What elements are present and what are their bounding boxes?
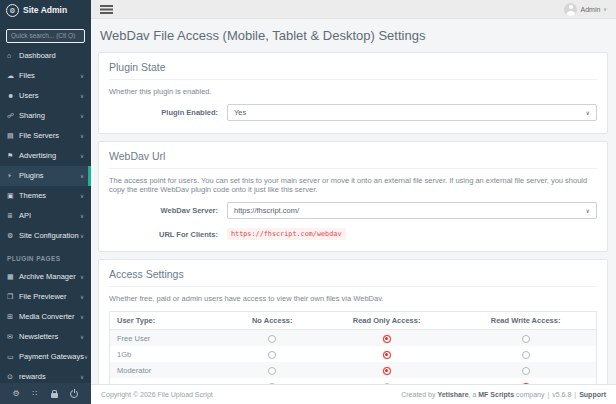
- support-link[interactable]: Support: [579, 391, 606, 398]
- radio-read-write[interactable]: [522, 335, 530, 343]
- sidebar-item-users[interactable]: ☻ Users ∨: [0, 86, 91, 106]
- chevron-down-icon: ∨: [80, 374, 84, 380]
- archive-icon: ▦: [7, 273, 19, 281]
- chevron-down-icon: ∨: [80, 73, 84, 79]
- copyright-text: Copyright © 2026 File Upload Script: [101, 391, 213, 398]
- sidebar-item-sharing[interactable]: ☍ Sharing ∨: [0, 106, 91, 126]
- file-icon: ❐: [7, 293, 19, 301]
- access-settings-table: User Type: No Access: Read Only Access: …: [109, 311, 597, 384]
- share-icon: ☍: [7, 112, 19, 120]
- sidebar-item-label: Site Configuration: [19, 231, 79, 240]
- column-header-read-only: Read Only Access:: [318, 312, 455, 330]
- webdav-server-select[interactable]: https://fhscript.com/ ∨: [227, 202, 597, 219]
- sidebar-item-files[interactable]: ☁ Files ∨: [0, 66, 91, 86]
- table-row: 1Gb: [110, 346, 597, 362]
- brand-name: Site Admin: [23, 5, 67, 15]
- sidebar-item-label: Users: [19, 91, 39, 100]
- chevron-down-icon: ∨: [80, 193, 84, 199]
- main-area: Admin ∨ WebDav File Access (Mobile, Tabl…: [91, 0, 616, 404]
- plugin-state-description: Whether this plugin is enabled.: [109, 87, 597, 96]
- chevron-down-icon: ∨: [603, 6, 607, 12]
- footer: Copyright © 2026 File Upload Script Crea…: [91, 384, 616, 404]
- sidebar-item-plugins[interactable]: ⚡ Plugins ∨: [0, 166, 91, 186]
- credit-card-icon: ▭: [7, 353, 19, 361]
- url-for-clients-label: URL For Clients:: [109, 230, 227, 239]
- radio-read-write[interactable]: [522, 367, 530, 375]
- sidebar-item-api[interactable]: ≣ API ∨: [0, 206, 91, 226]
- radio-read-write[interactable]: [522, 383, 530, 384]
- site-logo-icon: ⚙: [6, 4, 19, 17]
- sidebar-item-label: Media Converter: [19, 312, 74, 321]
- sidebar-item-newsletters[interactable]: ✉ Newsletters ∨: [0, 327, 91, 347]
- user-type-cell: 1Gb: [110, 346, 227, 362]
- sidebar-item-archive-manager[interactable]: ▦ Archive Manager ∨: [0, 267, 91, 287]
- plug-icon: ⚡: [7, 172, 19, 180]
- topbar: Admin ∨: [91, 0, 616, 19]
- sidebar-item-label: Files: [19, 71, 35, 80]
- brand[interactable]: ⚙ Site Admin: [0, 0, 91, 20]
- column-header-read-write: Read Write Access:: [455, 312, 596, 330]
- chevron-down-icon: ∨: [80, 153, 84, 159]
- plugin-enabled-select[interactable]: Yes ∨: [227, 104, 597, 121]
- menu-icon[interactable]: [100, 5, 113, 7]
- search-input[interactable]: [6, 29, 85, 43]
- sidebar-search: [0, 20, 91, 46]
- radio-read-only[interactable]: [383, 335, 391, 343]
- chevron-down-icon: ∨: [80, 173, 84, 179]
- sidebar-item-rewards[interactable]: ⊙ rewards ∨: [0, 367, 91, 384]
- radio-no-access[interactable]: [268, 335, 276, 343]
- image-icon: ▣: [7, 192, 19, 200]
- webdav-server-label: WebDav Server:: [109, 206, 227, 215]
- sidebar-item-themes[interactable]: ▣ Themes ∨: [0, 186, 91, 206]
- chevron-down-icon: ∨: [84, 354, 88, 360]
- sidebar-footer: ⚙ ∷: [0, 383, 91, 404]
- radio-no-access[interactable]: [268, 367, 276, 375]
- media-icon: ⊞: [7, 313, 19, 321]
- sidebar-item-label: Newsletters: [19, 332, 58, 341]
- access-settings-card: Access Settings Whether free, paid or ad…: [98, 259, 608, 384]
- webdav-url-card: WebDav Url The access point for users. Y…: [98, 141, 608, 252]
- envelope-icon: ✉: [7, 333, 19, 341]
- sidebar-item-advertising[interactable]: ⚑ Advertising ∨: [0, 146, 91, 166]
- sidebar-item-media-converter[interactable]: ⊞ Media Converter ∨: [0, 307, 91, 327]
- sidebar-item-file-previewer[interactable]: ❐ File Previewer ∨: [0, 287, 91, 307]
- user-menu[interactable]: Admin ∨: [564, 3, 607, 16]
- plugin-state-heading: Plugin State: [109, 61, 597, 80]
- avatar: [564, 3, 577, 16]
- yetishare-link[interactable]: Yetishare: [437, 391, 468, 398]
- sidebar-item-label: Archive Manager: [19, 272, 76, 281]
- page-title: WebDav File Access (Mobile, Tablet & Des…: [100, 28, 608, 43]
- plugin-enabled-label: Plugin Enabled:: [109, 108, 227, 117]
- fullscreen-icon[interactable]: ∷: [33, 390, 38, 398]
- coin-icon: ⊙: [7, 373, 19, 381]
- chevron-down-icon: ∨: [80, 233, 84, 239]
- sidebar-item-file-servers[interactable]: ▤ File Servers ∨: [0, 126, 91, 146]
- sidebar-item-dashboard[interactable]: ⌂ Dashboard: [0, 46, 91, 66]
- mfscripts-link[interactable]: MF Scripts: [478, 391, 514, 398]
- users-icon: ☻: [7, 92, 19, 99]
- table-row: Free User: [110, 330, 597, 347]
- chevron-down-icon: ∨: [586, 207, 590, 214]
- url-for-clients-value: https://fhscript.com/webdav: [227, 228, 346, 240]
- radio-no-access[interactable]: [268, 351, 276, 359]
- megaphone-icon: ⚑: [7, 152, 19, 160]
- chevron-down-icon: ∨: [80, 274, 84, 280]
- user-type-cell: Moderator: [110, 362, 227, 378]
- lock-icon[interactable]: [51, 393, 58, 398]
- column-header-no-access: No Access:: [226, 312, 318, 330]
- sidebar-item-payment-gateways[interactable]: ▭ Payment Gateways ∨: [0, 347, 91, 367]
- radio-read-only[interactable]: [383, 383, 391, 384]
- chevron-down-icon: ∨: [80, 334, 84, 340]
- content: WebDav File Access (Mobile, Tablet & Des…: [91, 19, 616, 384]
- version-text: v5.6.8: [552, 391, 571, 398]
- settings-gear-icon[interactable]: ⚙: [12, 390, 19, 398]
- chevron-down-icon: ∨: [80, 213, 84, 219]
- sidebar-item-site-configuration[interactable]: ⚙ Site Configuration ∨: [0, 226, 91, 246]
- radio-read-only[interactable]: [383, 367, 391, 375]
- power-icon[interactable]: [70, 390, 78, 398]
- radio-read-only[interactable]: [383, 351, 391, 359]
- radio-read-write[interactable]: [522, 351, 530, 359]
- sidebar-item-label: File Servers: [19, 131, 59, 140]
- column-header-user-type: User Type:: [110, 312, 227, 330]
- plugin-pages-section-label: PLUGIN PAGES: [0, 246, 91, 267]
